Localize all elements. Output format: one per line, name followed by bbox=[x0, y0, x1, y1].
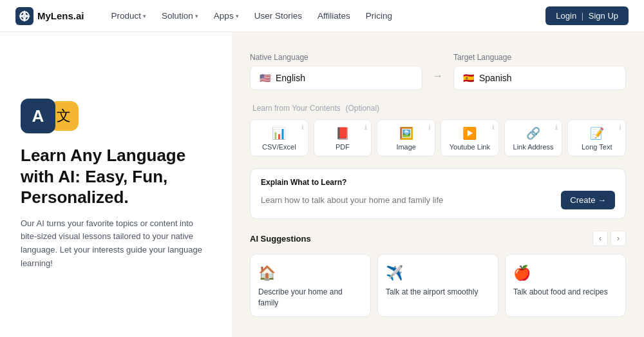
content-type-pdf[interactable]: 📕 PDF ℹ bbox=[314, 119, 372, 157]
youtube-icon: ▶️ bbox=[462, 126, 477, 140]
youtube-label: Youtube Link bbox=[450, 143, 490, 151]
logo-icon bbox=[15, 7, 33, 25]
suggestion-text-2: Talk about food and recipes bbox=[513, 287, 618, 298]
hero-desc: Our AI turns your favorite topics or con… bbox=[21, 217, 211, 271]
csv-label: CSV/Excel bbox=[262, 143, 296, 151]
info-icon[interactable]: ℹ bbox=[365, 124, 367, 131]
suggestion-card-0[interactable]: 🏠 Describe your home and family bbox=[250, 254, 371, 317]
target-language-label: Target Language bbox=[453, 53, 626, 62]
page-body: A 文 Learn Any Language with AI: Easy, Fu… bbox=[0, 32, 644, 337]
native-language-label: Native Language bbox=[250, 53, 422, 62]
info-icon[interactable]: ℹ bbox=[428, 124, 431, 131]
suggestion-icon-2: 🍎 bbox=[513, 265, 618, 282]
suggestion-card-1[interactable]: ✈️ Talk at the airport smoothly bbox=[377, 254, 498, 317]
navbar: MyLens.ai Product ▾ Solution ▾ Apps ▾ Us… bbox=[0, 0, 644, 32]
prev-arrow[interactable]: ‹ bbox=[592, 231, 608, 246]
content-type-csv[interactable]: 📊 CSV/Excel ℹ bbox=[250, 119, 308, 157]
longtext-label: Long Text bbox=[582, 143, 612, 151]
suggestion-card-2[interactable]: 🍎 Talk about food and recipes bbox=[505, 254, 626, 317]
suggestion-icon-0: 🏠 bbox=[258, 265, 363, 282]
target-flag: 🇪🇸 bbox=[463, 73, 474, 83]
language-row: Native Language 🇺🇸 English → Target Lang… bbox=[250, 53, 626, 90]
arrow-icon: → bbox=[429, 67, 447, 85]
native-value: English bbox=[276, 73, 305, 83]
hero-icons: A 文 bbox=[21, 99, 211, 133]
pdf-icon: 📕 bbox=[336, 126, 350, 140]
suggestion-cards: 🏠 Describe your home and family ✈️ Talk … bbox=[250, 254, 626, 317]
nav-links: Product ▾ Solution ▾ Apps ▾ User Stories… bbox=[105, 7, 546, 24]
nav-user-stories[interactable]: User Stories bbox=[248, 7, 308, 24]
info-icon[interactable]: ℹ bbox=[555, 124, 558, 131]
image-label: Image bbox=[396, 143, 416, 151]
nav-product[interactable]: Product ▾ bbox=[105, 7, 153, 24]
content-type-youtube[interactable]: ▶️ Youtube Link ℹ bbox=[440, 119, 499, 157]
target-language-group: Target Language 🇪🇸 Spanish bbox=[453, 53, 626, 90]
login-signup-button[interactable]: Login | Sign Up bbox=[545, 6, 629, 25]
content-type-image[interactable]: 🖼️ Image ℹ bbox=[377, 119, 435, 157]
info-icon[interactable]: ℹ bbox=[301, 124, 304, 131]
pdf-label: PDF bbox=[336, 143, 350, 151]
suggestions-header: AI Suggestions ‹ › bbox=[250, 231, 626, 246]
target-language-select[interactable]: 🇪🇸 Spanish bbox=[453, 66, 626, 90]
info-icon[interactable]: ℹ bbox=[492, 124, 495, 131]
nav-apps[interactable]: Apps ▾ bbox=[207, 7, 245, 24]
nav-solution[interactable]: Solution ▾ bbox=[155, 7, 205, 24]
native-language-select[interactable]: 🇺🇸 English bbox=[250, 66, 422, 90]
hero-title: Learn Any Language with AI: Easy, Fun, P… bbox=[21, 145, 211, 208]
image-icon: 🖼️ bbox=[399, 126, 413, 140]
suggestion-icon-1: ✈️ bbox=[386, 265, 490, 282]
explain-box: Explain What to Learn? Create → bbox=[250, 168, 626, 219]
content-section-label: Learn from Your Contents (Optional) bbox=[250, 103, 626, 113]
nav-affiliates[interactable]: Affiliates bbox=[311, 7, 357, 24]
next-arrow[interactable]: › bbox=[611, 231, 626, 246]
explain-input[interactable] bbox=[261, 195, 554, 205]
suggestion-text-1: Talk at the airport smoothly bbox=[386, 287, 490, 298]
content-type-link[interactable]: 🔗 Link Address ℹ bbox=[504, 119, 563, 157]
create-button[interactable]: Create → bbox=[561, 191, 615, 209]
suggestion-text-0: Describe your home and family bbox=[258, 287, 363, 309]
target-value: Spanish bbox=[479, 73, 512, 83]
native-flag: 🇺🇸 bbox=[260, 73, 270, 83]
right-panel: Native Language 🇺🇸 English → Target Lang… bbox=[232, 32, 644, 337]
nav-actions: Login | Sign Up bbox=[545, 6, 629, 25]
nav-pricing[interactable]: Pricing bbox=[359, 7, 399, 24]
link-label: Link Address bbox=[513, 143, 554, 151]
explain-input-row: Create → bbox=[261, 191, 615, 209]
chevron-down-icon: ▾ bbox=[195, 13, 198, 19]
logo-text: MyLens.ai bbox=[37, 10, 84, 21]
suggestions-label: AI Suggestions bbox=[250, 234, 311, 244]
chevron-down-icon: ▾ bbox=[143, 13, 146, 19]
info-icon[interactable]: ℹ bbox=[619, 124, 621, 131]
content-types: 📊 CSV/Excel ℹ 📕 PDF ℹ 🖼️ Image ℹ ▶️ Yout… bbox=[250, 119, 626, 157]
logo[interactable]: MyLens.ai bbox=[15, 7, 84, 25]
native-language-group: Native Language 🇺🇸 English bbox=[250, 53, 422, 90]
nav-arrows: ‹ › bbox=[592, 231, 626, 246]
explain-label: Explain What to Learn? bbox=[261, 178, 615, 187]
longtext-icon: 📝 bbox=[590, 126, 604, 140]
icon-a: A bbox=[21, 99, 55, 133]
left-panel: A 文 Learn Any Language with AI: Easy, Fu… bbox=[0, 32, 232, 337]
csv-icon: 📊 bbox=[272, 126, 286, 140]
link-icon: 🔗 bbox=[526, 126, 540, 140]
content-type-longtext[interactable]: 📝 Long Text ℹ bbox=[567, 119, 626, 157]
chevron-down-icon: ▾ bbox=[236, 13, 239, 19]
